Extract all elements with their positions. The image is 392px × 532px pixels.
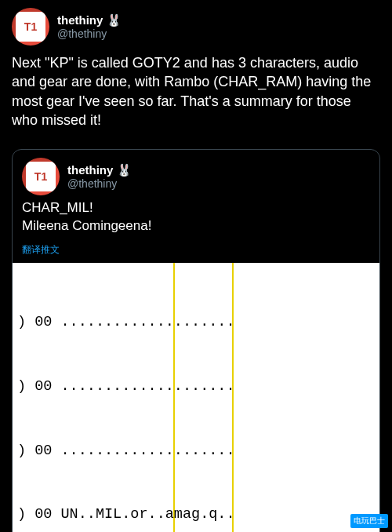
- hex-dump-image[interactable]: ) 00 .................... ) 00 .........…: [13, 263, 379, 532]
- rabbit-icon: 🐰: [117, 163, 132, 177]
- avatar-text: T1: [34, 172, 47, 182]
- hex-row: ) 00 UN..MIL.or..amag.q..: [17, 504, 379, 525]
- avatar[interactable]: T1: [12, 8, 49, 46]
- quoted-tweet[interactable]: T1 thethiny 🐰 @thethiny CHAR_MIL! Mileen…: [12, 149, 380, 532]
- avatar[interactable]: T1: [22, 158, 60, 195]
- user-info[interactable]: thethiny 🐰 @thethiny: [57, 13, 122, 40]
- tweet-body: Next "KP" is called GOTY2 and has 3 char…: [12, 53, 380, 129]
- tweet-header: T1 thethiny 🐰 @thethiny: [12, 8, 380, 46]
- hex-row: ) 00 ....................: [17, 440, 379, 461]
- body-line-2: Mileena Comingeena!: [22, 217, 370, 235]
- body-line-1: CHAR_MIL!: [22, 199, 370, 217]
- avatar-text: T1: [24, 22, 37, 32]
- display-name: thethiny: [57, 13, 103, 27]
- hex-row: ) 00 ....................: [17, 312, 379, 333]
- translate-link[interactable]: 翻译推文: [13, 243, 379, 263]
- watermark: 电玩巴士: [350, 514, 388, 528]
- tweet-1: T1 thethiny 🐰 @thethiny Next "KP" is cal…: [0, 0, 392, 145]
- rabbit-icon: 🐰: [107, 13, 122, 27]
- display-name: thethiny: [67, 163, 113, 177]
- hex-row: ) 00 ....................: [17, 376, 379, 397]
- quoted-body: CHAR_MIL! Mileena Comingeena!: [13, 199, 379, 235]
- handle: @thethiny: [57, 27, 122, 40]
- quoted-header: T1 thethiny 🐰 @thethiny: [13, 150, 379, 199]
- hex-content: ) 00 .................... ) 00 .........…: [13, 269, 379, 532]
- handle: @thethiny: [67, 177, 132, 190]
- user-info[interactable]: thethiny 🐰 @thethiny: [67, 163, 132, 190]
